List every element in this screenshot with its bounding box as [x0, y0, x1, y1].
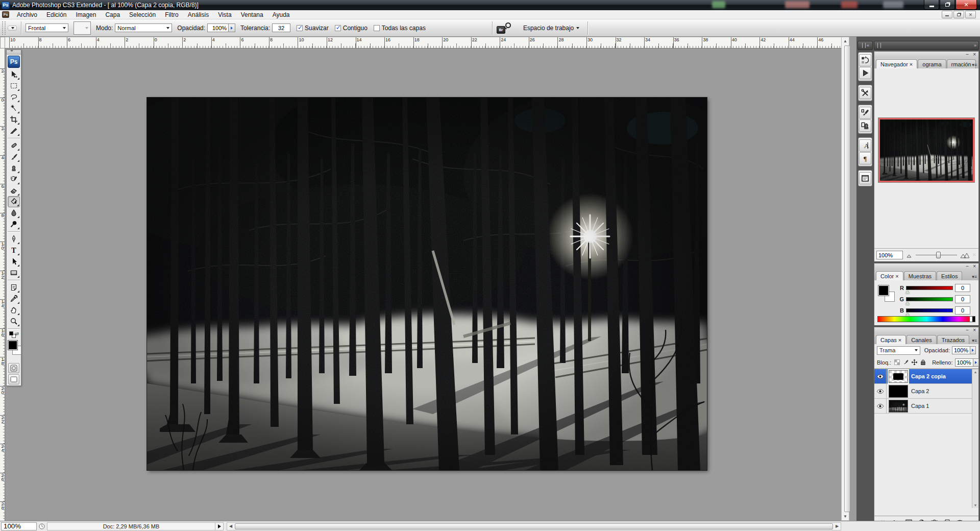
layers-opacity-slider-button[interactable] [970, 346, 976, 354]
menu-vista[interactable]: Vista [213, 11, 236, 19]
panel-close-icon[interactable]: × [973, 328, 976, 332]
window-restore-button[interactable] [940, 0, 955, 10]
toolbox-grip[interactable] [7, 50, 21, 55]
navigator-tab[interactable]: ograma [918, 59, 946, 68]
canvas-workspace[interactable] [5, 49, 841, 521]
navigator-tab[interactable]: Navegador × [876, 59, 917, 68]
navigator-zoom-field[interactable] [876, 251, 903, 259]
lock-all-icon[interactable] [919, 358, 927, 366]
document-restore-button[interactable] [953, 11, 964, 18]
mode-dropdown[interactable]: Normal [115, 23, 172, 32]
panel-minimize-icon[interactable]: − [966, 53, 969, 57]
layer-visibility-toggle[interactable] [874, 369, 887, 383]
tolerance-input[interactable] [272, 23, 290, 32]
dock-collapse-bar[interactable]: « [857, 41, 873, 50]
zoom-out-icon[interactable] [906, 253, 913, 258]
layers-tab[interactable]: Canales [906, 335, 936, 344]
slice-tool[interactable] [8, 125, 20, 136]
layer-row[interactable]: Capa 2 [874, 384, 978, 399]
panel-close-icon[interactable]: × [973, 53, 976, 57]
panel-resize-grip[interactable]: ⁙ [972, 253, 976, 257]
character-panel-icon[interactable]: A [859, 139, 871, 152]
foreground-color-swatch[interactable] [8, 341, 17, 350]
vertical-scrollbar[interactable]: ▲ ▼ [841, 37, 849, 521]
scroll-left-arrow[interactable]: ◀ [227, 524, 234, 528]
horizontal-scrollbar-thumb[interactable] [235, 523, 833, 529]
actions-panel-icon[interactable] [859, 67, 871, 79]
healing-brush-tool[interactable] [8, 140, 20, 151]
shape-tool[interactable] [8, 267, 20, 278]
scroll-up-arrow[interactable]: ▲ [842, 37, 849, 45]
menu-filtro[interactable]: Filtro [160, 11, 183, 19]
pattern-picker[interactable] [74, 21, 91, 35]
menu-edicion[interactable]: Edición [42, 11, 71, 19]
navigator-zoom-slider[interactable] [916, 255, 957, 255]
color-spectrum-bar[interactable] [877, 316, 975, 322]
color-tab[interactable]: Muestras [904, 271, 936, 280]
pen-tool[interactable] [8, 233, 20, 245]
checkbox-contiguo[interactable]: Contiguo [335, 25, 368, 32]
mini-foreground-swatch[interactable] [9, 331, 13, 335]
crop-tool[interactable] [8, 114, 20, 125]
photoshop-logo[interactable]: Ps [8, 56, 20, 68]
menu-archivo[interactable]: Archivo [12, 11, 42, 19]
checkbox-suavizar[interactable]: Suavizar [297, 25, 329, 32]
type-tool[interactable]: T [8, 245, 20, 256]
channel-slider[interactable] [906, 286, 953, 290]
window-minimize-button[interactable] [924, 0, 939, 10]
status-options-button[interactable] [215, 522, 224, 530]
dock-header-bar[interactable]: » [874, 41, 979, 50]
eraser-tool[interactable] [8, 185, 20, 196]
current-tool-button[interactable] [8, 26, 17, 31]
navigator-proxy-view[interactable] [878, 118, 974, 182]
go-to-bridge-button[interactable]: Br [497, 22, 512, 34]
magic-wand-tool[interactable] [8, 103, 20, 114]
brush-tool[interactable] [8, 151, 20, 162]
channel-value-input[interactable] [955, 306, 970, 315]
document-size-status[interactable]: Doc: 2,29 MB/6,36 MB [47, 522, 215, 530]
layer-row[interactable]: Capa 1 [874, 399, 978, 414]
zoom-tool[interactable] [8, 316, 20, 327]
menu-capa[interactable]: Capa [101, 11, 125, 19]
zoom-in-icon[interactable] [960, 252, 970, 258]
history-brush-tool[interactable] [8, 174, 20, 185]
history-panel-icon[interactable] [859, 54, 871, 66]
screen-mode-button[interactable] [8, 374, 19, 384]
app-icon-ps[interactable]: Ps [2, 2, 10, 9]
menu-seleccion[interactable]: Selección [125, 11, 160, 19]
layers-scrollbar[interactable]: ▲▼ [972, 369, 978, 508]
swap-colors-icon[interactable]: ⇄ [15, 331, 19, 336]
panel-menu-icon[interactable]: ▾≡ [972, 338, 977, 343]
lock-position-icon[interactable] [911, 358, 918, 366]
layer-thumbnail[interactable] [889, 400, 908, 413]
path-selection-tool[interactable] [8, 256, 20, 267]
panel-minimize-icon[interactable]: − [966, 328, 969, 332]
navigator-tab[interactable]: rmación [947, 59, 976, 68]
marquee-tool[interactable] [8, 80, 20, 91]
workspace-button[interactable]: Espacio de trabajo [519, 23, 583, 33]
panel-menu-icon[interactable]: ▾≡ [972, 274, 977, 279]
ruler-corner[interactable] [0, 37, 5, 49]
paragraph-panel-icon[interactable]: ¶ [859, 152, 871, 164]
layers-fill-input[interactable] [955, 358, 973, 367]
layers-tab[interactable]: Capas × [876, 335, 906, 344]
blend-mode-dropdown[interactable]: Trama [877, 346, 920, 355]
eyedropper-tool[interactable] [8, 293, 20, 304]
document-minimize-button[interactable] [942, 11, 952, 18]
hand-tool[interactable] [8, 304, 20, 316]
panel-minimize-icon[interactable]: − [966, 264, 969, 269]
channel-slider[interactable] [906, 297, 953, 301]
layers-tab[interactable]: Trazados [937, 335, 969, 344]
opacity-slider-button[interactable] [229, 23, 235, 32]
foreground-color-swatch[interactable] [878, 285, 889, 296]
document-close-button[interactable]: ✕ [965, 11, 976, 18]
layer-row[interactable]: Capa 2 copia [874, 369, 978, 384]
channel-value-input[interactable] [955, 284, 970, 292]
layer-visibility-toggle[interactable] [874, 399, 887, 413]
move-tool[interactable] [8, 69, 20, 80]
channel-value-input[interactable] [955, 295, 970, 303]
menu-analisis[interactable]: Análisis [183, 11, 213, 19]
document-canvas[interactable] [147, 98, 707, 470]
color-tab[interactable]: Estilos [937, 271, 962, 280]
dodge-tool[interactable] [8, 219, 20, 230]
